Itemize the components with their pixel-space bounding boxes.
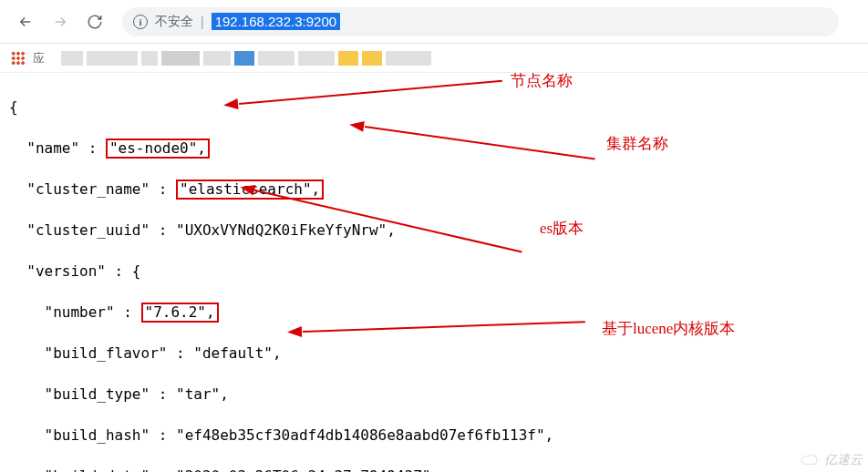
json-line-build-date: "build_date" : "2020-03-26T06:34:37.7949… xyxy=(9,467,859,473)
json-content: { "name" : "es-node0", "cluster_name" : … xyxy=(0,73,868,472)
bookmark-placeholders xyxy=(61,51,431,66)
annotation-node-name: 节点名称 xyxy=(511,71,573,92)
apps-label[interactable]: 应 xyxy=(33,50,45,67)
json-key-cluster-name: "cluster_name" : xyxy=(26,180,176,198)
json-key-number: "number" : xyxy=(45,303,141,321)
watermark-text: 亿速云 xyxy=(824,452,863,468)
annotation-cluster-name: 集群名称 xyxy=(606,134,668,155)
json-val-name: "es-node0", xyxy=(106,139,210,159)
annotation-es-version: es版本 xyxy=(540,219,584,240)
info-icon: i xyxy=(133,15,148,29)
insecure-label: 不安全 xyxy=(155,14,193,30)
json-line-build-type: "build_type" : "tar", xyxy=(9,385,859,405)
annotation-lucene-version: 基于lucene内核版本 xyxy=(602,319,735,340)
json-line-build-hash: "build_hash" : "ef48eb35cf30adf4db14086e… xyxy=(9,426,859,446)
forward-button[interactable] xyxy=(46,7,75,36)
browser-toolbar: i 不安全 | 192.168.232.3:9200 xyxy=(0,0,868,44)
json-line-build-flavor: "build_flavor" : "default", xyxy=(9,344,859,364)
back-button[interactable] xyxy=(11,7,40,36)
arrow-lucene-version xyxy=(303,321,585,333)
json-val-number: "7.6.2", xyxy=(141,303,219,323)
url-text: 192.168.232.3:9200 xyxy=(212,13,340,30)
watermark: 亿速云 xyxy=(801,452,863,468)
bookmarks-bar: 应 xyxy=(0,44,868,73)
json-key-name: "name" : xyxy=(26,139,106,157)
json-line-version-open: "version" : { xyxy=(9,262,859,282)
apps-icon[interactable] xyxy=(11,51,26,66)
separator: | xyxy=(201,15,204,29)
reload-button[interactable] xyxy=(80,7,109,36)
address-bar[interactable]: i 不安全 | 192.168.232.3:9200 xyxy=(122,7,839,36)
